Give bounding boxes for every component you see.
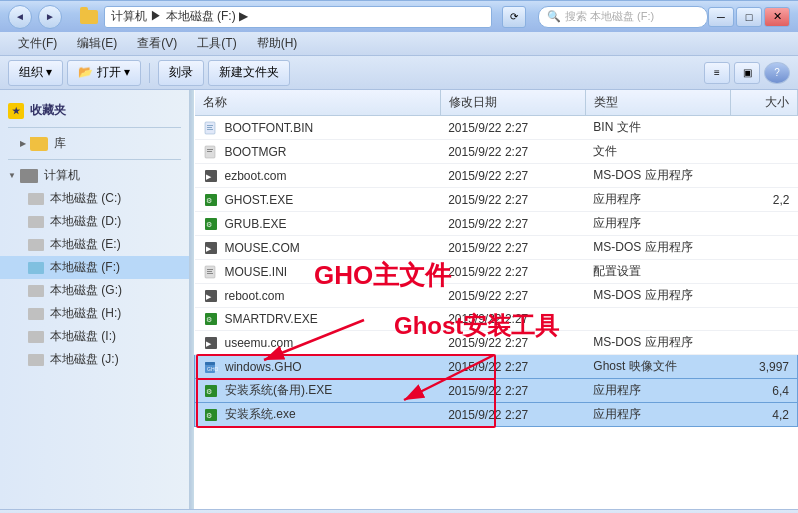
organize-label: 组织 ▾ [19, 64, 52, 81]
title-bar: ◄ ► 计算机 ▶ 本地磁盘 (F:) ▶ ⟳ 🔍 搜索 本地磁盘 (F:) ─… [0, 0, 798, 32]
back-button[interactable]: ◄ [8, 5, 32, 29]
file-type-icon: ⚙ [203, 192, 219, 208]
file-name: reboot.com [225, 289, 285, 303]
table-row[interactable]: GHOwindows.GHO2015/9/22 2:27Ghost 映像文件3,… [195, 355, 798, 379]
minimize-button[interactable]: ─ [708, 7, 734, 27]
col-type[interactable]: 类型 [585, 90, 730, 116]
file-name: GHOST.EXE [225, 193, 294, 207]
table-row[interactable]: ▶useemu.com2015/9/22 2:27MS-DOS 应用程序 [195, 331, 798, 355]
table-row[interactable]: ⚙安装系统(备用).EXE2015/9/22 2:27应用程序6,4 [195, 379, 798, 403]
file-type [585, 308, 730, 331]
col-date[interactable]: 修改日期 [440, 90, 585, 116]
menu-edit[interactable]: 编辑(E) [67, 33, 127, 54]
open-button[interactable]: 📂 打开 ▾ [67, 60, 141, 86]
sidebar-item-library[interactable]: ▶ 库 [0, 132, 189, 155]
svg-rect-18 [207, 273, 213, 274]
library-icon [30, 137, 48, 151]
close-button[interactable]: ✕ [764, 7, 790, 27]
drive-e-icon [28, 239, 44, 251]
burn-button[interactable]: 刻录 [158, 60, 204, 86]
file-date: 2015/9/22 2:27 [440, 355, 585, 379]
file-type: MS-DOS 应用程序 [585, 236, 730, 260]
sidebar-favorites-header: ★ 收藏夹 [0, 98, 189, 123]
view-mode-button[interactable]: ≡ [704, 62, 730, 84]
sidebar-drive-f[interactable]: 本地磁盘 (F:) [0, 256, 189, 279]
favorites-label: 收藏夹 [30, 102, 66, 119]
file-area: 名称 修改日期 类型 大小 BOOTFONT.BIN2015/9/22 2:27… [194, 90, 798, 509]
new-folder-button[interactable]: 新建文件夹 [208, 60, 290, 86]
svg-rect-6 [207, 151, 212, 152]
file-type: MS-DOS 应用程序 [585, 331, 730, 355]
drive-f-label: 本地磁盘 (F:) [50, 259, 120, 276]
file-type-icon: ⚙ [203, 383, 219, 399]
svg-rect-16 [207, 269, 213, 270]
address-folder-icon [80, 10, 98, 24]
sidebar-drive-h[interactable]: 本地磁盘 (H:) [0, 302, 189, 325]
drive-h-icon [28, 308, 44, 320]
col-size[interactable]: 大小 [730, 90, 797, 116]
menu-view[interactable]: 查看(V) [127, 33, 187, 54]
menu-help[interactable]: 帮助(H) [247, 33, 308, 54]
sidebar-drive-e[interactable]: 本地磁盘 (E:) [0, 233, 189, 256]
forward-button[interactable]: ► [38, 5, 62, 29]
sidebar-item-computer[interactable]: ▼ 计算机 [0, 164, 189, 187]
file-size: 2,2 [730, 188, 797, 212]
organize-button[interactable]: 组织 ▾ [8, 60, 63, 86]
file-type: 应用程序 [585, 212, 730, 236]
help-button[interactable]: ? [764, 62, 790, 84]
file-type-icon: GHO [203, 359, 219, 375]
menu-file[interactable]: 文件(F) [8, 33, 67, 54]
file-size [730, 116, 797, 140]
table-row[interactable]: MOUSE.INI2015/9/22 2:27配置设置 [195, 260, 798, 284]
svg-rect-17 [207, 271, 212, 272]
file-date: 2015/9/22 2:27 [440, 212, 585, 236]
sidebar-drive-j[interactable]: 本地磁盘 (J:) [0, 348, 189, 371]
svg-text:⚙: ⚙ [206, 221, 212, 228]
maximize-button[interactable]: □ [736, 7, 762, 27]
address-bar[interactable]: 计算机 ▶ 本地磁盘 (F:) ▶ [104, 6, 492, 28]
sidebar-drive-g[interactable]: 本地磁盘 (G:) [0, 279, 189, 302]
file-date: 2015/9/22 2:27 [440, 140, 585, 164]
file-name: BOOTMGR [225, 145, 287, 159]
menu-tools[interactable]: 工具(T) [187, 33, 246, 54]
search-bar[interactable]: 🔍 搜索 本地磁盘 (F:) [538, 6, 708, 28]
refresh-button[interactable]: ⟳ [502, 6, 526, 28]
pane-button[interactable]: ▣ [734, 62, 760, 84]
file-size: 4,2 [730, 403, 797, 427]
file-type-icon: ▶ [203, 288, 219, 304]
file-type: 配置设置 [585, 260, 730, 284]
table-row[interactable]: ⚙SMARTDRV.EXE2015/9/22 2:27 [195, 308, 798, 331]
file-size [730, 260, 797, 284]
file-type-icon [203, 264, 219, 280]
file-size [730, 284, 797, 308]
file-type-icon [203, 120, 219, 136]
sidebar-drive-c[interactable]: 本地磁盘 (C:) [0, 187, 189, 210]
file-type-icon: ▶ [203, 240, 219, 256]
table-row[interactable]: BOOTMGR2015/9/22 2:27文件 [195, 140, 798, 164]
table-row[interactable]: ▶ezboot.com2015/9/22 2:27MS-DOS 应用程序 [195, 164, 798, 188]
file-list-body: BOOTFONT.BIN2015/9/22 2:27BIN 文件BOOTMGR2… [195, 116, 798, 427]
file-date: 2015/9/22 2:27 [440, 379, 585, 403]
new-folder-label: 新建文件夹 [219, 64, 279, 81]
sidebar-drive-i[interactable]: 本地磁盘 (I:) [0, 325, 189, 348]
sidebar: ★ 收藏夹 ▶ 库 ▼ 计算机 本地磁盘 (C:) [0, 90, 190, 509]
sidebar-drive-d[interactable]: 本地磁盘 (D:) [0, 210, 189, 233]
svg-text:⚙: ⚙ [206, 316, 212, 323]
svg-rect-26 [205, 362, 215, 365]
svg-rect-5 [207, 149, 213, 150]
table-row[interactable]: ⚙GRUB.EXE2015/9/22 2:27应用程序 [195, 212, 798, 236]
table-row[interactable]: ▶reboot.com2015/9/22 2:27MS-DOS 应用程序 [195, 284, 798, 308]
table-row[interactable]: ⚙安装系统.exe2015/9/22 2:27应用程序4,2 [195, 403, 798, 427]
svg-text:⚙: ⚙ [206, 197, 212, 204]
file-date: 2015/9/22 2:27 [440, 116, 585, 140]
drive-g-icon [28, 285, 44, 297]
file-type: BIN 文件 [585, 116, 730, 140]
table-row[interactable]: ⚙GHOST.EXE2015/9/22 2:27应用程序2,2 [195, 188, 798, 212]
table-row[interactable]: BOOTFONT.BIN2015/9/22 2:27BIN 文件 [195, 116, 798, 140]
table-row[interactable]: ▶MOUSE.COM2015/9/22 2:27MS-DOS 应用程序 [195, 236, 798, 260]
col-name[interactable]: 名称 [195, 90, 441, 116]
file-name: MOUSE.INI [225, 265, 288, 279]
file-date: 2015/9/22 2:27 [440, 308, 585, 331]
favorites-icon: ★ [8, 103, 24, 119]
sidebar-favorites: ★ 收藏夹 [0, 98, 189, 123]
